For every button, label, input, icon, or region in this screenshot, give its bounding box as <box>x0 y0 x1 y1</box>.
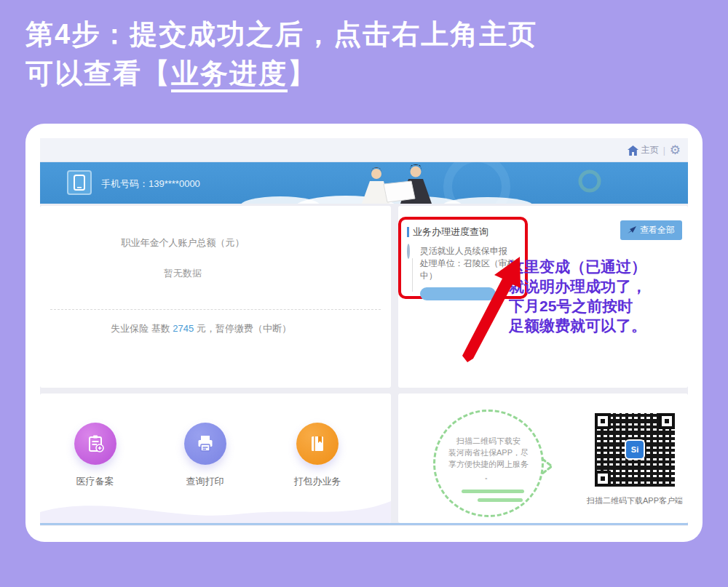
pension-title: 职业年金个人账户总额（元） <box>40 236 325 249</box>
action-bundle-services[interactable]: 打包办业务 <box>294 423 341 488</box>
home-label: 主页 <box>641 144 659 156</box>
phone-number-label: 手机号码：139****0000 <box>101 177 200 191</box>
action-medical-record[interactable]: 医疗备案 <box>74 423 116 488</box>
heading-line-1: 第4步：提交成功之后，点击右上角主页 <box>25 15 537 54</box>
insurance-base-value: 2745 <box>173 323 194 334</box>
topbar-divider: | <box>663 145 665 156</box>
phone-icon <box>67 170 92 195</box>
no-data-label: 暂无数据 <box>40 267 325 280</box>
banner-people <box>362 164 432 204</box>
app-logo: Si <box>625 439 645 460</box>
bubble-pointer <box>540 457 555 476</box>
unemployment-insurance-line: 失业保险 基数 2745 元，暂停缴费（中断） <box>40 322 362 335</box>
content-area: 职业年金个人账户总额（元） 暂无数据 失业保险 基数 2745 元，暂停缴费（中… <box>40 204 688 525</box>
tutorial-heading: 第4步：提交成功之后，点击右上角主页 可以查看【业务进度】 <box>25 15 537 93</box>
download-card: 扫描二维码下载安 装河南省社保APP，尽 享方便快捷的网上服务 。 S <box>398 394 688 523</box>
progress-item[interactable]: 灵活就业人员续保申报 处理单位：召陵区（审核中） <box>407 245 521 300</box>
title-accent-bar <box>407 227 409 237</box>
action-query-print[interactable]: 查询打印 <box>184 423 226 488</box>
progress-item-radio[interactable] <box>407 244 410 259</box>
progress-query-title-row: 业务办理进度查询 <box>407 225 521 239</box>
send-arrow-icon <box>628 226 636 234</box>
pension-card: 职业年金个人账户总额（元） 暂无数据 失业保险 基数 2745 元，暂停缴费（中… <box>40 206 391 388</box>
download-tip-text: 扫描二维码下载安 装河南省社保APP，尽 享方便快捷的网上服务 。 <box>441 435 536 482</box>
timeline-line <box>412 258 413 292</box>
qr-caption: 扫描二维码下载APP客户端 <box>580 495 688 506</box>
screenshot-frame: 主页 | ⚙ <box>25 124 703 542</box>
progress-item-name: 灵活就业人员续保申报 <box>420 245 521 257</box>
progress-item-unit: 处理单位：召陵区（审核中） <box>420 257 521 282</box>
progress-card: 业务办理进度查询 灵活就业人员续保申报 处理单位：召陵区（审核中） <box>398 206 688 388</box>
decor-wave <box>40 479 391 523</box>
view-all-button[interactable]: 查看全部 <box>620 220 682 240</box>
app-screenshot: 主页 | ⚙ <box>40 138 688 526</box>
bundle-services-icon <box>296 423 339 465</box>
progress-bar <box>420 287 496 300</box>
progress-query-title: 业务办理进度查询 <box>413 225 488 239</box>
app-topbar: 主页 | ⚙ <box>40 138 688 162</box>
home-link[interactable]: 主页 <box>628 144 659 156</box>
heading-line-2: 可以查看【业务进度】 <box>25 54 537 93</box>
home-icon <box>628 145 638 156</box>
gear-icon[interactable]: ⚙ <box>670 144 681 156</box>
banner: 手机号码：139****0000 <box>40 162 688 204</box>
tutorial-annotation: 这里变成（已通过） 就说明办理成功了， 下月25号之前按时 足额缴费就可以了。 <box>509 257 688 335</box>
printer-icon <box>184 423 226 465</box>
download-tip-bubble: 扫描二维码下载安 装河南省社保APP，尽 享方便快捷的网上服务 。 <box>433 410 544 517</box>
qr-code: Si <box>595 413 675 487</box>
dashed-divider <box>50 309 381 310</box>
quick-actions-card: 医疗备案 查询打印 <box>40 394 391 523</box>
green-underline-stroke <box>462 490 524 493</box>
medical-record-icon <box>74 423 116 465</box>
green-underline-stroke <box>478 498 523 502</box>
business-progress-underline: 业务进度 <box>171 58 288 92</box>
bottom-accent-line <box>40 523 688 525</box>
